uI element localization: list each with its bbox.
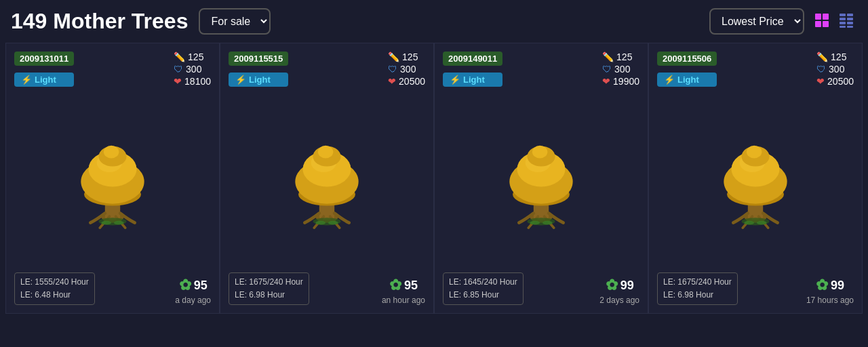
luck-section: ✿ 99 2 days ago <box>599 277 639 305</box>
svg-rect-7 <box>847 18 853 20</box>
svg-rect-0 <box>815 14 821 20</box>
attack-icon: ✏️ <box>174 52 185 62</box>
svg-rect-5 <box>847 14 853 16</box>
svg-rect-11 <box>847 26 853 28</box>
filter-dropdown[interactable]: For sale <box>199 8 271 35</box>
attack-value: 125 <box>616 52 632 62</box>
le-line2: LE: 6.85 Hour <box>449 289 517 302</box>
header-right: Lowest Price <box>709 8 857 35</box>
health-stat: ❤ 20500 <box>816 76 854 87</box>
health-stat: ❤ 19900 <box>602 76 639 87</box>
card-footer: LE: 1555/240 Hour LE: 6.48 Hour ✿ 95 a d… <box>14 272 211 305</box>
card-item[interactable]: 2009131011 ⚡ Light ✏️ 125 🛡 300 ❤ 18100 <box>5 43 220 314</box>
svg-rect-6 <box>840 18 846 20</box>
health-value: 20500 <box>399 76 425 87</box>
svg-point-19 <box>104 146 119 159</box>
page-title: 149 Mother Trees <box>11 9 188 34</box>
luck-value: ✿ 99 <box>816 277 844 294</box>
card-footer: LE: 1645/240 Hour LE: 6.85 Hour ✿ 99 2 d… <box>443 272 639 305</box>
luck-value: ✿ 95 <box>389 277 418 294</box>
luck-number: 99 <box>620 279 634 293</box>
health-value: 19900 <box>613 76 639 87</box>
svg-rect-9 <box>847 22 853 24</box>
svg-point-54 <box>744 221 754 225</box>
attack-value: 125 <box>402 52 418 62</box>
page-header: 149 Mother Trees For sale Lowest Price <box>0 0 868 43</box>
luck-number: 95 <box>404 279 418 293</box>
card-tag: ⚡ Light <box>229 73 288 87</box>
le-info: LE: 1555/240 Hour LE: 6.48 Hour <box>14 272 95 305</box>
le-line1: LE: 1675/240 Hour <box>235 276 303 289</box>
luck-section: ✿ 99 17 hours ago <box>806 277 854 305</box>
card-image <box>657 91 854 272</box>
le-line2: LE: 6.98 Hour <box>235 289 303 302</box>
svg-rect-8 <box>840 22 846 24</box>
defense-icon: 🛡 <box>602 64 612 75</box>
svg-rect-10 <box>840 26 846 28</box>
clover-icon: ✿ <box>816 277 828 294</box>
list-view-button[interactable] <box>835 9 857 33</box>
defense-stat: 🛡 300 <box>388 64 416 75</box>
clover-icon: ✿ <box>179 277 191 294</box>
card-stats: ✏️ 125 🛡 300 ❤ 19900 <box>602 52 639 87</box>
svg-point-22 <box>114 221 124 225</box>
svg-rect-1 <box>823 14 829 20</box>
lightning-icon: ⚡ <box>664 75 675 85</box>
card-stats: ✏️ 125 🛡 300 ❤ 20500 <box>388 52 425 87</box>
defense-icon: 🛡 <box>816 64 826 75</box>
card-image <box>229 91 425 272</box>
svg-point-41 <box>532 146 547 159</box>
svg-point-43 <box>530 221 540 225</box>
card-id: 2009115506 <box>657 52 717 66</box>
card-image <box>14 91 211 272</box>
card-header: 2009115506 ⚡ Light ✏️ 125 🛡 300 ❤ 20500 <box>657 52 854 87</box>
svg-point-30 <box>318 146 333 159</box>
lightning-icon: ⚡ <box>450 75 460 85</box>
le-info: LE: 1675/240 Hour LE: 6.98 Hour <box>657 272 738 305</box>
svg-point-55 <box>757 221 767 225</box>
attack-stat: ✏️ 125 <box>602 52 632 62</box>
luck-number: 95 <box>194 279 208 293</box>
card-item[interactable]: 2009115515 ⚡ Light ✏️ 125 🛡 300 ❤ 20500 <box>220 43 434 314</box>
defense-value: 300 <box>614 64 630 75</box>
cards-grid: 2009131011 ⚡ Light ✏️ 125 🛡 300 ❤ 18100 <box>0 43 868 314</box>
card-header: 2009149011 ⚡ Light ✏️ 125 🛡 300 ❤ 19900 <box>443 52 639 87</box>
card-header: 2009115515 ⚡ Light ✏️ 125 🛡 300 ❤ 20500 <box>229 52 425 87</box>
svg-rect-4 <box>840 14 846 16</box>
card-header: 2009131011 ⚡ Light ✏️ 125 🛡 300 ❤ 18100 <box>14 52 211 87</box>
luck-section: ✿ 95 a day ago <box>175 277 211 305</box>
card-item[interactable]: 2009149011 ⚡ Light ✏️ 125 🛡 300 ❤ 19900 <box>434 43 648 314</box>
health-icon: ❤ <box>174 76 182 87</box>
le-info: LE: 1645/240 Hour LE: 6.85 Hour <box>443 272 524 305</box>
lightning-icon: ⚡ <box>21 75 32 85</box>
luck-value: ✿ 99 <box>606 277 634 294</box>
sort-dropdown[interactable]: Lowest Price <box>709 8 804 35</box>
card-id: 2009115515 <box>229 52 288 66</box>
svg-point-52 <box>747 146 762 159</box>
card-item[interactable]: 2009115506 ⚡ Light ✏️ 125 🛡 300 ❤ 20500 <box>648 43 863 314</box>
health-icon: ❤ <box>816 76 825 87</box>
le-line1: LE: 1645/240 Hour <box>449 276 517 289</box>
luck-value: ✿ 95 <box>179 277 208 294</box>
attack-stat: ✏️ 125 <box>174 52 203 62</box>
defense-stat: 🛡 300 <box>816 64 844 75</box>
health-icon: ❤ <box>388 76 396 87</box>
time-ago: an hour ago <box>382 295 425 305</box>
grid-view-button[interactable] <box>811 9 833 33</box>
attack-stat: ✏️ 125 <box>388 52 418 62</box>
defense-icon: 🛡 <box>174 64 183 75</box>
health-icon: ❤ <box>602 76 610 87</box>
card-footer: LE: 1675/240 Hour LE: 6.98 Hour ✿ 99 17 … <box>657 272 854 305</box>
clover-icon: ✿ <box>389 277 401 294</box>
health-value: 18100 <box>184 76 211 87</box>
view-toggle <box>811 9 857 33</box>
card-tag: ⚡ Light <box>14 73 74 87</box>
time-ago: a day ago <box>175 295 211 305</box>
luck-number: 99 <box>831 279 844 293</box>
le-line1: LE: 1675/240 Hour <box>663 276 732 289</box>
defense-value: 300 <box>829 64 844 75</box>
card-tag: ⚡ Light <box>443 73 502 87</box>
card-stats: ✏️ 125 🛡 300 ❤ 20500 <box>816 52 854 87</box>
time-ago: 2 days ago <box>599 295 639 305</box>
card-id: 2009149011 <box>443 52 502 66</box>
